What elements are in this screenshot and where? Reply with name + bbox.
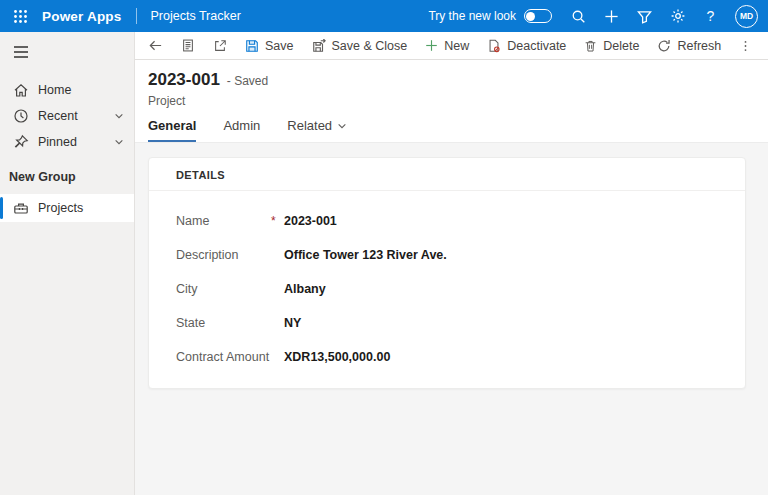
sidebar-item-recent[interactable]: Recent	[0, 104, 134, 128]
pin-icon	[13, 134, 29, 150]
chevron-down-icon	[114, 111, 124, 121]
field-value[interactable]: NY	[284, 316, 301, 330]
save-and-close-button[interactable]: Save & Close	[303, 34, 417, 58]
site-map-sidebar: Home Recent Pinned New G	[0, 32, 135, 495]
tab-related[interactable]: Related	[287, 118, 347, 142]
delete-button[interactable]: Delete	[575, 34, 648, 58]
add-button[interactable]	[595, 1, 628, 31]
trash-icon	[584, 39, 597, 53]
form-tabs: General Admin Related	[148, 118, 768, 142]
home-icon	[13, 82, 29, 98]
new-plus-icon	[425, 39, 438, 52]
delete-label: Delete	[603, 39, 639, 53]
required-asterisk: *	[271, 214, 284, 228]
field-label: Description	[176, 248, 271, 262]
settings-button[interactable]	[661, 1, 694, 31]
sidebar-item-projects[interactable]: Projects	[0, 194, 134, 222]
sidebar-group-label: New Group	[0, 156, 134, 192]
top-app-bar: Power Apps Projects Tracker Try the new …	[0, 0, 768, 32]
save-icon	[245, 39, 259, 53]
clock-icon	[13, 108, 29, 124]
command-bar: Save Save & Close New	[135, 32, 768, 60]
save-close-icon	[312, 39, 326, 53]
form-icon	[181, 38, 195, 53]
back-arrow-icon	[148, 38, 163, 53]
help-button[interactable]: ?	[694, 1, 727, 31]
record-title: 2023-001	[148, 70, 220, 90]
field-description: Description Office Tower 123 River Ave.	[176, 238, 725, 272]
form-selector-button[interactable]	[172, 34, 204, 58]
record-save-status: - Saved	[227, 74, 268, 88]
new-label: New	[444, 39, 469, 53]
new-button[interactable]: New	[416, 34, 478, 58]
save-label: Save	[265, 39, 294, 53]
sidebar-item-pinned[interactable]: Pinned	[0, 130, 134, 154]
refresh-label: Refresh	[677, 39, 721, 53]
form-body: DETAILS Name * 2023-001 Description Offi…	[135, 142, 768, 495]
field-value[interactable]: XDR13,500,000.00	[284, 350, 390, 364]
refresh-button[interactable]: Refresh	[648, 34, 730, 58]
filter-icon	[637, 9, 652, 24]
back-button[interactable]	[139, 34, 172, 58]
field-city: City Albany	[176, 272, 725, 306]
new-look-toggle[interactable]	[524, 9, 552, 23]
deactivate-label: Deactivate	[507, 39, 566, 53]
deactivate-button[interactable]: Deactivate	[478, 34, 575, 58]
sidebar-item-label: Home	[38, 83, 71, 97]
chevron-down-icon	[337, 121, 347, 131]
gear-icon	[670, 8, 686, 24]
tab-label: Related	[287, 118, 332, 133]
tab-admin[interactable]: Admin	[223, 118, 260, 142]
field-label: Contract Amount	[176, 350, 271, 364]
more-vertical-icon	[739, 39, 752, 53]
plus-icon	[604, 9, 619, 24]
more-commands-button[interactable]	[730, 34, 761, 58]
field-contract-amount: Contract Amount XDR13,500,000.00	[176, 340, 725, 374]
sidebar-item-label: Pinned	[38, 135, 77, 149]
popout-icon	[213, 39, 227, 53]
field-label: State	[176, 316, 271, 330]
field-label: Name	[176, 214, 271, 228]
field-value[interactable]: 2023-001	[284, 214, 337, 228]
record-header: 2023-001 - Saved Project General Admin R…	[135, 60, 768, 142]
tab-label: General	[148, 118, 196, 133]
sidebar-collapse-button[interactable]	[0, 36, 36, 68]
waffle-icon	[13, 9, 28, 24]
app-title: Projects Tracker	[151, 9, 241, 23]
field-value[interactable]: Office Tower 123 River Ave.	[284, 248, 447, 262]
field-state: State NY	[176, 306, 725, 340]
search-icon	[571, 9, 586, 24]
app-launcher-button[interactable]	[6, 2, 34, 30]
popout-button[interactable]	[204, 34, 236, 58]
main-content: Save Save & Close New	[135, 32, 768, 495]
filter-button[interactable]	[628, 1, 661, 31]
deactivate-icon	[487, 39, 501, 53]
save-button[interactable]: Save	[236, 34, 303, 58]
details-section-card: DETAILS Name * 2023-001 Description Offi…	[148, 157, 746, 389]
tab-general[interactable]: General	[148, 118, 196, 142]
topbar-divider	[136, 8, 137, 24]
sidebar-item-label: Recent	[38, 109, 78, 123]
account-avatar[interactable]: MD	[735, 5, 758, 28]
record-entity-type: Project	[148, 94, 768, 108]
toolbox-icon	[13, 200, 29, 216]
sidebar-item-label: Projects	[38, 201, 83, 215]
details-section-title: DETAILS	[149, 158, 745, 191]
save-close-label: Save & Close	[332, 39, 408, 53]
refresh-icon	[657, 39, 671, 53]
sidebar-item-home[interactable]: Home	[0, 78, 134, 102]
tab-label: Admin	[223, 118, 260, 133]
new-look-label: Try the new look	[428, 9, 516, 23]
search-button[interactable]	[562, 1, 595, 31]
field-name: Name * 2023-001	[176, 204, 725, 238]
hamburger-icon	[13, 45, 29, 59]
field-value[interactable]: Albany	[284, 282, 326, 296]
field-label: City	[176, 282, 271, 296]
chevron-down-icon	[114, 137, 124, 147]
app-name[interactable]: Power Apps	[42, 9, 122, 24]
